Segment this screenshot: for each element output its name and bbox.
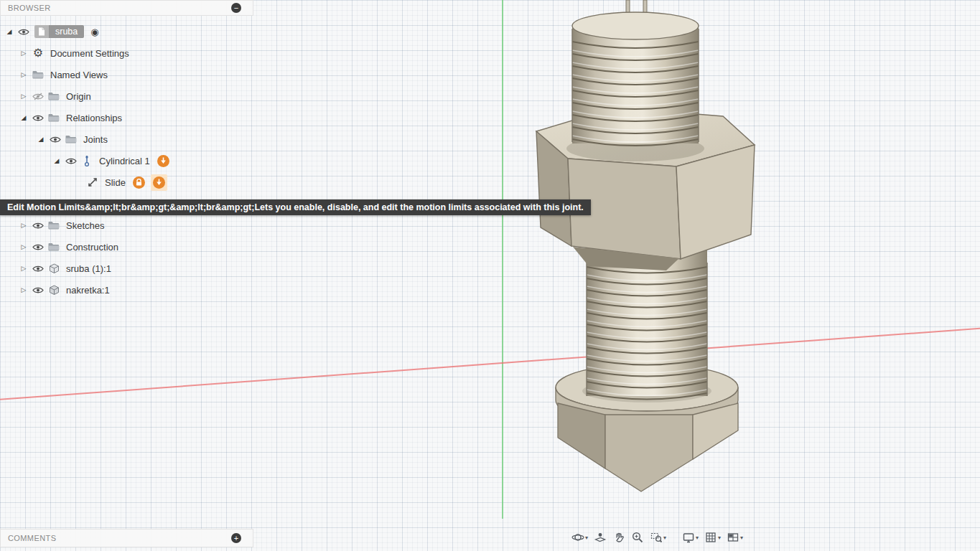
gear-icon: ⚙: [30, 47, 46, 59]
expand-caret-icon[interactable]: ◢: [34, 136, 47, 143]
tree-item-label[interactable]: Joints: [83, 134, 108, 145]
comments-panel-header[interactable]: COMMENTS +: [0, 529, 253, 547]
navigation-toolbar: ▾ ▾ ▾ ▾ ▾: [569, 528, 746, 547]
orbit-button[interactable]: ▾: [569, 528, 591, 547]
chevron-down-icon[interactable]: ▾: [696, 534, 699, 541]
look-at-button[interactable]: [591, 528, 610, 547]
expand-caret-icon[interactable]: ▷: [17, 93, 30, 100]
browser-tree: ◢ sruba ◉ ▷ ⚙ Document Settings ▷ Named …: [0, 21, 253, 193]
expand-caret-icon[interactable]: ▷: [17, 71, 30, 78]
folder-icon: [46, 113, 62, 122]
chevron-down-icon[interactable]: ▾: [585, 534, 588, 541]
root-component-chip[interactable]: sruba: [34, 25, 84, 38]
expand-caret-icon[interactable]: ◢: [3, 28, 16, 35]
visibility-eye-icon[interactable]: [47, 136, 63, 143]
expand-caret-icon[interactable]: ▷: [17, 265, 30, 272]
lock-badge[interactable]: [133, 176, 145, 189]
browser-title: BROWSER: [8, 4, 51, 12]
viewports-button[interactable]: ▾: [724, 528, 746, 547]
visibility-eye-icon[interactable]: [30, 286, 46, 294]
visibility-eye-off-icon[interactable]: [30, 93, 46, 100]
tree-row-document-settings[interactable]: ▷ ⚙ Document Settings: [0, 42, 253, 64]
edit-motion-limits-tooltip: Edit Motion Limits&amp;lt;br&amp;gt;&amp…: [0, 199, 591, 215]
fit-button[interactable]: ▾: [647, 528, 669, 547]
tree-row-origin[interactable]: ▷ Origin: [0, 85, 253, 107]
tree-item-label[interactable]: Named Views: [50, 70, 108, 80]
chevron-down-icon[interactable]: ▾: [718, 534, 721, 541]
root-component-label: sruba: [49, 25, 84, 38]
pan-icon: [612, 531, 625, 544]
edit-motion-limits-button[interactable]: [151, 174, 167, 191]
chevron-down-icon[interactable]: ▾: [740, 534, 743, 541]
tree-row-nakretka-1[interactable]: ▷ nakretka:1: [0, 279, 253, 301]
app-window: BROWSER − ◢ sruba ◉ ▷ ⚙ Document Setting…: [0, 0, 980, 551]
comments-title: COMMENTS: [8, 534, 56, 542]
tree-row-sketches[interactable]: ▷ Sketches: [0, 215, 253, 236]
component-icon: [46, 285, 62, 296]
cylindrical-joint-icon: [79, 155, 95, 166]
activate-component-radio[interactable]: ◉: [90, 27, 98, 37]
tree-row-cylindrical-1[interactable]: ◢ Cylindrical 1: [0, 150, 253, 171]
expand-caret-icon[interactable]: ▷: [17, 50, 30, 57]
viewports-icon: [727, 531, 739, 544]
display-settings-icon: [682, 531, 695, 544]
tree-item-label[interactable]: Cylindrical 1: [99, 156, 150, 166]
visibility-eye-icon[interactable]: [30, 265, 46, 273]
zoom-icon: [631, 531, 644, 544]
motion-limit-badge[interactable]: [153, 176, 165, 189]
expand-caret-icon[interactable]: ▷: [17, 286, 30, 293]
browser-tree-continued: ▷ Sketches ▷ Construction ▷: [0, 215, 253, 301]
visibility-eye-icon[interactable]: [30, 243, 46, 251]
tree-item-label[interactable]: Relationships: [66, 113, 122, 123]
tree-row-joints[interactable]: ◢ Joints: [0, 128, 253, 150]
tree-row-named-views[interactable]: ▷ Named Views: [0, 64, 253, 85]
folder-icon: [46, 221, 62, 230]
tree-row-relationships[interactable]: ◢ Relationships: [0, 107, 253, 128]
add-comment-icon[interactable]: +: [231, 533, 241, 543]
tree-item-label[interactable]: nakretka:1: [66, 285, 110, 296]
collapse-panel-icon[interactable]: −: [231, 3, 241, 13]
expand-caret-icon[interactable]: ▷: [17, 243, 30, 250]
visibility-eye-icon[interactable]: [63, 157, 79, 165]
tree-item-label[interactable]: Construction: [66, 242, 118, 253]
grid-snaps-button[interactable]: ▾: [701, 528, 724, 547]
tree-row-sruba-1-1[interactable]: ▷ sruba (1):1: [0, 258, 253, 279]
folder-icon: [46, 242, 62, 251]
fit-icon: [650, 531, 663, 544]
orbit-icon: [571, 531, 584, 544]
folder-icon: [46, 92, 62, 100]
tree-row-slide[interactable]: Slide: [0, 171, 253, 193]
grid-snaps-icon: [704, 531, 717, 544]
folder-icon: [63, 135, 79, 143]
component-icon: [46, 263, 62, 274]
look-at-icon: [594, 531, 607, 544]
y-axis-line: [502, 0, 503, 519]
slide-joint-icon: [85, 176, 101, 188]
tree-item-label[interactable]: Slide: [105, 177, 126, 188]
pan-button[interactable]: [610, 528, 628, 547]
tree-item-label[interactable]: sruba (1):1: [66, 263, 111, 274]
visibility-eye-icon[interactable]: [16, 28, 32, 36]
browser-panel-header: BROWSER −: [0, 0, 253, 16]
chevron-down-icon[interactable]: ▾: [663, 534, 666, 541]
expand-caret-icon[interactable]: ▷: [17, 222, 30, 229]
visibility-eye-icon[interactable]: [30, 114, 46, 122]
motion-limit-badge[interactable]: [157, 155, 169, 167]
zoom-button[interactable]: [628, 528, 647, 547]
expand-caret-icon[interactable]: ◢: [17, 114, 30, 121]
visibility-eye-icon[interactable]: [30, 222, 46, 230]
folder-icon: [30, 70, 46, 79]
tree-row-construction[interactable]: ▷ Construction: [0, 236, 253, 258]
tree-item-label[interactable]: Sketches: [66, 220, 104, 231]
display-settings-button[interactable]: ▾: [679, 528, 701, 547]
x-axis-line: [0, 327, 980, 400]
tree-item-label[interactable]: Document Settings: [50, 48, 129, 59]
expand-caret-icon[interactable]: ◢: [50, 157, 63, 164]
tree-item-label[interactable]: Origin: [66, 91, 91, 102]
document-icon: [34, 25, 49, 38]
tree-row-root[interactable]: ◢ sruba ◉: [0, 21, 253, 42]
